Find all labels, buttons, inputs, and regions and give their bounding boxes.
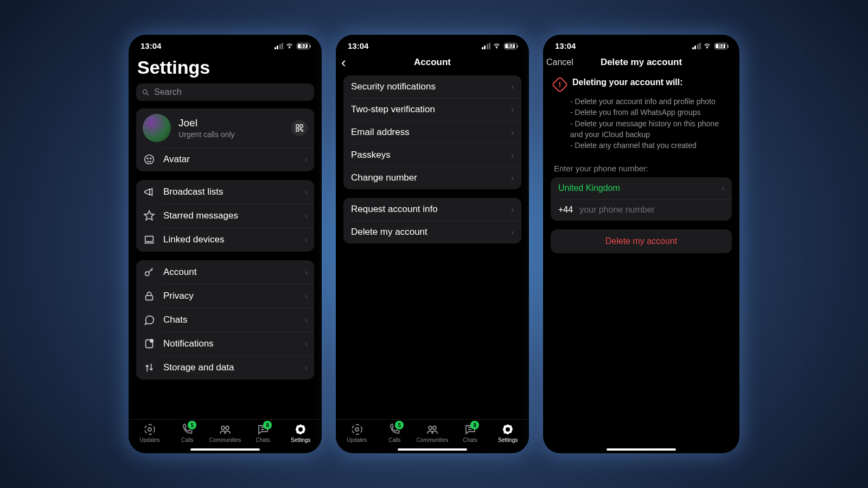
calls-badge: 5 xyxy=(188,421,196,429)
status-bar: 13:04 83 xyxy=(129,35,322,53)
svg-point-20 xyxy=(429,426,432,429)
wifi-icon xyxy=(703,42,711,50)
chevron-right-icon: › xyxy=(511,151,514,159)
svg-point-17 xyxy=(496,47,497,48)
chevron-right-icon: › xyxy=(305,235,308,244)
nav-title: Account xyxy=(336,57,529,68)
tab-chats[interactable]: 8Chats xyxy=(451,423,489,443)
country-selector[interactable]: United Kingdom › xyxy=(551,177,732,199)
qr-button[interactable] xyxy=(291,120,308,136)
phone-placeholder: your phone number xyxy=(579,205,655,215)
home-indicator xyxy=(190,448,260,451)
chevron-right-icon: › xyxy=(305,188,308,196)
svg-point-21 xyxy=(433,426,436,429)
chats-row[interactable]: Chats› xyxy=(136,308,314,332)
search-icon xyxy=(142,88,150,97)
svg-point-0 xyxy=(289,47,290,48)
tab-calls[interactable]: 5Calls xyxy=(376,423,414,443)
gear-icon xyxy=(294,423,307,436)
battery-icon: 83 xyxy=(713,43,727,49)
two-step-verification-row[interactable]: Two-step verification› xyxy=(343,98,521,121)
notifications-row[interactable]: Notifications› xyxy=(136,332,314,356)
chevron-right-icon: › xyxy=(511,128,514,137)
warning-list: Delete your account info and profile pho… xyxy=(551,96,732,151)
qr-icon xyxy=(295,124,304,132)
settings-screen: 13:04 83 Settings Search Joel Urgent cal… xyxy=(129,35,322,453)
tab-updates[interactable]: Updates xyxy=(338,423,376,443)
chat-icon xyxy=(143,313,156,326)
wifi-icon xyxy=(493,42,501,50)
change-number-row[interactable]: Change number› xyxy=(343,166,521,189)
svg-point-18 xyxy=(355,428,359,431)
chats-badge: 8 xyxy=(470,421,479,429)
broadcast-lists-row[interactable]: Broadcast lists› xyxy=(136,180,314,204)
key-icon xyxy=(143,266,156,279)
status-bar: 13:04 83 xyxy=(543,35,739,53)
updates-icon xyxy=(143,423,156,436)
security-notifications-row[interactable]: Security notifications› xyxy=(343,75,521,98)
svg-rect-3 xyxy=(300,125,303,127)
privacy-row[interactable]: Privacy› xyxy=(136,284,314,308)
profile-row[interactable]: Joel Urgent calls only xyxy=(136,108,314,147)
status-time: 13:04 xyxy=(141,41,161,50)
tab-bar: Updates 5Calls Communities 8Chats Settin… xyxy=(336,419,529,445)
tab-communities[interactable]: Communities xyxy=(206,423,244,443)
tab-bar: Updates 5Calls Communities 8Chats Settin… xyxy=(129,419,322,445)
lock-icon xyxy=(143,290,156,303)
updates-icon xyxy=(350,423,363,436)
svg-point-19 xyxy=(352,425,362,434)
calls-badge: 5 xyxy=(395,421,404,429)
svg-point-5 xyxy=(145,155,154,164)
status-time: 13:04 xyxy=(348,41,368,50)
chevron-right-icon: › xyxy=(722,184,724,192)
phone-number-input[interactable]: +44 your phone number xyxy=(551,199,732,221)
chevron-right-icon: › xyxy=(305,292,308,300)
svg-point-7 xyxy=(150,158,151,159)
tab-calls[interactable]: 5Calls xyxy=(169,423,207,443)
storage-row[interactable]: Storage and data› xyxy=(136,356,314,380)
laptop-icon xyxy=(143,233,156,246)
chevron-right-icon: › xyxy=(305,155,308,164)
account-row[interactable]: Account› xyxy=(136,260,314,284)
chevron-right-icon: › xyxy=(511,82,514,91)
status-bar: 13:04 83 xyxy=(336,35,529,53)
delete-my-account-row[interactable]: Delete my account› xyxy=(343,221,521,243)
tab-communities[interactable]: Communities xyxy=(413,423,451,443)
chevron-right-icon: › xyxy=(305,339,308,348)
passkeys-row[interactable]: Passkeys› xyxy=(343,144,521,166)
svg-point-6 xyxy=(147,158,148,159)
home-indicator xyxy=(607,448,676,451)
svg-rect-4 xyxy=(296,129,299,131)
tab-settings[interactable]: Settings xyxy=(282,423,320,443)
svg-point-13 xyxy=(148,428,151,431)
svg-point-14 xyxy=(145,425,155,434)
tab-updates[interactable]: Updates xyxy=(131,423,169,443)
warning-icon xyxy=(551,76,568,93)
notification-icon xyxy=(143,337,156,350)
page-title: Settings xyxy=(136,53,314,84)
communities-icon xyxy=(426,423,439,436)
gear-icon xyxy=(501,423,514,436)
svg-point-12 xyxy=(150,339,154,343)
linked-devices-row[interactable]: Linked devices› xyxy=(136,228,314,252)
request-account-info-row[interactable]: Request account info› xyxy=(343,198,521,221)
home-indicator xyxy=(398,448,467,451)
search-input[interactable]: Search xyxy=(136,84,314,101)
email-address-row[interactable]: Email address› xyxy=(343,121,521,144)
starred-messages-row[interactable]: Starred messages› xyxy=(136,204,314,228)
svg-rect-10 xyxy=(146,296,153,300)
delete-account-button[interactable]: Delete my account xyxy=(551,229,732,253)
delete-account-screen: 13:04 83 Cancel Delete my account Deleti… xyxy=(543,35,739,453)
svg-point-9 xyxy=(145,272,149,275)
svg-rect-2 xyxy=(296,125,299,127)
warning-title: Deleting your account will: xyxy=(572,78,683,91)
star-icon xyxy=(143,209,156,222)
chevron-right-icon: › xyxy=(511,228,514,236)
signal-icon xyxy=(692,43,701,49)
tab-settings[interactable]: Settings xyxy=(489,423,527,443)
avatar xyxy=(143,114,171,142)
chats-badge: 8 xyxy=(263,421,272,429)
avatar-row[interactable]: Avatar › xyxy=(136,147,314,171)
chevron-right-icon: › xyxy=(305,211,308,220)
tab-chats[interactable]: 8Chats xyxy=(244,423,282,443)
